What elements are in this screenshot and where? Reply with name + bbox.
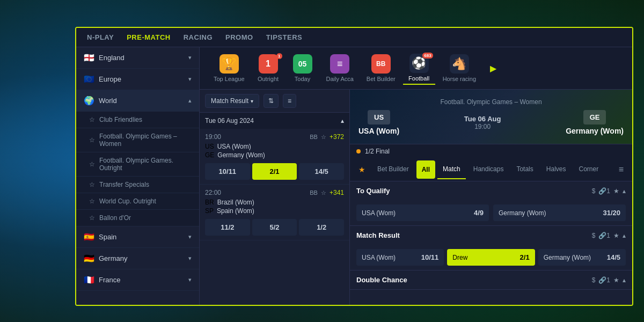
- nav-item-pre-match[interactable]: PRE-MATCH: [127, 33, 171, 41]
- more-sports-icon[interactable]: ▶: [486, 59, 501, 78]
- market-header-to-qualify[interactable]: To Qualify $ 🔗1 ★ ▴: [350, 181, 632, 200]
- top-navigation: N-PLAY PRE-MATCH RACING PROMO TIPSTERS: [76, 28, 632, 47]
- chevron-down-icon: ▾: [188, 54, 192, 61]
- filter-settings-icon[interactable]: ≡: [283, 94, 296, 108]
- sub-item-transfer-specials[interactable]: ☆ Transfer Specials: [76, 177, 199, 193]
- sidebar-item-france[interactable]: 🇫🇷 France ▾: [76, 269, 199, 291]
- star-icon[interactable]: ★: [613, 276, 619, 284]
- sport-football[interactable]: ⚽ Football 683: [403, 52, 435, 85]
- sub-item-world-cup-outright[interactable]: ☆ World Cup. Outright: [76, 193, 199, 210]
- nav-item-tipsters[interactable]: TIPSTERS: [266, 33, 303, 41]
- sub-item-label: Club Friendlies: [99, 116, 142, 123]
- right-panel: 🏆 Top League 1 Outright 1 05 Today ≡ Dai…: [200, 47, 632, 305]
- team1-name: Brazil (Wom): [217, 199, 254, 206]
- team1-qualify-name: USA (Wom): [362, 209, 396, 217]
- table-row[interactable]: 19:00 BB ☆ +372 US USA (Wom): [200, 129, 349, 185]
- sidebar-item-world[interactable]: 🌍 World ▴: [76, 90, 199, 112]
- sidebar: 🏴󠁧󠁢󠁥󠁮󠁧󠁿 England ▾ 🇪🇺 Europe ▾ 🌍 World ▴ …: [76, 47, 200, 305]
- tab-all[interactable]: All: [416, 160, 435, 179]
- sub-item-label: Football. Olympic Games. Outright: [99, 157, 192, 172]
- sub-item-olympic-women[interactable]: ☆ Football. Olympic Games – Women: [76, 128, 199, 152]
- star-icon[interactable]: ★: [613, 187, 619, 195]
- market-header-match-result[interactable]: Match Result $ 🔗1 ★ ▴: [350, 226, 632, 245]
- match-time: 19:00: [464, 123, 501, 130]
- sport-label: Daily Acca: [326, 76, 354, 82]
- team2-result-odd: 14/5: [607, 253, 620, 261]
- tab-corner[interactable]: Corner: [573, 160, 604, 179]
- collapse-icon[interactable]: ▴: [623, 187, 626, 195]
- tab-star[interactable]: ★: [354, 161, 370, 178]
- star-icon[interactable]: ☆: [321, 189, 326, 196]
- collapse-icon[interactable]: ▴: [341, 117, 344, 125]
- tab-totals[interactable]: Totals: [511, 160, 538, 179]
- sport-outright[interactable]: 1 Outright 1: [252, 52, 284, 84]
- sub-item-club-friendlies[interactable]: ☆ Club Friendlies: [76, 112, 199, 128]
- odd-team1-qualify[interactable]: USA (Wom) 4/9: [356, 204, 489, 221]
- sport-daily-acca[interactable]: ≡ Daily Acca: [321, 52, 359, 84]
- sub-item-olympic-outright[interactable]: ☆ Football. Olympic Games. Outright: [76, 152, 199, 177]
- collapse-icon[interactable]: ▴: [623, 276, 626, 284]
- sub-item-ballon-dor[interactable]: ☆ Ballon d'Or: [76, 210, 199, 226]
- odd-btn-draw[interactable]: 5/2: [252, 219, 297, 236]
- germany-flag-icon: 🇩🇪: [84, 253, 94, 264]
- odd-btn-1[interactable]: 10/11: [205, 163, 250, 180]
- team2-code: GE: [583, 110, 606, 125]
- tab-bet-builder[interactable]: Bet Builder: [372, 160, 414, 179]
- tab-match[interactable]: Match: [437, 160, 466, 179]
- team1-result-odd: 10/11: [421, 253, 439, 261]
- match-result-filter[interactable]: Match Result ▾: [205, 94, 259, 108]
- filter-icon[interactable]: ≡: [614, 160, 628, 179]
- market-body-match-result: USA (Wom) 10/11 Drew 2/1 Germany (Wom) 1…: [350, 245, 632, 270]
- sort-icon[interactable]: ⇅: [264, 94, 279, 108]
- match-result-draw[interactable]: Drew 2/1: [447, 249, 535, 266]
- market-header-double-chance[interactable]: Double Chance $ 🔗1 ★ ▴: [350, 270, 632, 289]
- star-icon[interactable]: ☆: [89, 136, 95, 144]
- draw-odd: 2/1: [520, 253, 530, 261]
- status-bar: 1/2 Final: [350, 144, 632, 158]
- football-badge: 683: [422, 53, 433, 58]
- table-row[interactable]: 22:00 BB ☆ +341 BR Brazil (Wom): [200, 185, 349, 240]
- plus-count: +341: [330, 189, 344, 196]
- world-sub-items: ☆ Club Friendlies ☆ Football. Olympic Ga…: [76, 112, 199, 226]
- star-icon[interactable]: ☆: [89, 160, 95, 168]
- draw-label: Drew: [452, 254, 467, 261]
- odd-btn-1[interactable]: 11/2: [205, 219, 250, 236]
- sport-bet-builder[interactable]: BB Bet Builder: [361, 52, 401, 84]
- nav-item-racing[interactable]: RACING: [184, 33, 213, 41]
- sport-horse-racing[interactable]: 🐴 Horse racing: [437, 52, 481, 84]
- tab-handicaps[interactable]: Handicaps: [468, 160, 509, 179]
- odd-team2-qualify[interactable]: Germany (Wom) 31/20: [493, 204, 626, 221]
- match-date: Tue 06 Aug: [464, 115, 501, 123]
- england-label: England: [99, 54, 125, 62]
- star-icon[interactable]: ☆: [321, 134, 326, 141]
- sidebar-item-spain[interactable]: 🇪🇸 Spain ▾: [76, 226, 199, 248]
- star-icon[interactable]: ★: [613, 232, 619, 239]
- nav-item-promo[interactable]: PROMO: [225, 33, 253, 41]
- sport-top-league[interactable]: 🏆 Top League: [208, 52, 250, 84]
- france-label: France: [99, 276, 120, 284]
- star-icon[interactable]: ☆: [89, 181, 95, 188]
- star-icon[interactable]: ☆: [89, 197, 95, 205]
- nav-item-in-play[interactable]: N-PLAY: [87, 33, 114, 41]
- odd-btn-draw[interactable]: 2/1: [252, 163, 297, 180]
- europe-label: Europe: [99, 75, 121, 83]
- odd-btn-2[interactable]: 14/5: [299, 163, 344, 180]
- team1-name: USA (Wom): [358, 127, 399, 135]
- star-icon[interactable]: ☆: [89, 116, 95, 123]
- market-to-qualify: To Qualify $ 🔗1 ★ ▴ USA (Wom): [350, 181, 632, 226]
- match-result-team2[interactable]: Germany (Wom) 14/5: [538, 249, 626, 266]
- market-icons: $ 🔗1 ★ ▴: [592, 232, 626, 239]
- odd-btn-2[interactable]: 1/2: [299, 219, 344, 236]
- chevron-down-icon: ▾: [188, 233, 192, 240]
- sidebar-item-england[interactable]: 🏴󠁧󠁢󠁥󠁮󠁧󠁿 England ▾: [76, 47, 199, 69]
- bb-label: BB: [310, 134, 318, 140]
- tab-halves[interactable]: Halves: [541, 160, 572, 179]
- sidebar-item-europe[interactable]: 🇪🇺 Europe ▾: [76, 69, 199, 90]
- sidebar-item-germany[interactable]: 🇩🇪 Germany ▾: [76, 248, 199, 269]
- match-result-team1[interactable]: USA (Wom) 10/11: [356, 249, 444, 266]
- europe-flag-icon: 🇪🇺: [84, 74, 94, 84]
- sport-today[interactable]: 05 Today: [287, 52, 319, 84]
- collapse-icon[interactable]: ▴: [623, 232, 626, 239]
- star-icon[interactable]: ☆: [89, 214, 95, 222]
- status-badge: 1/2 Final: [365, 148, 390, 155]
